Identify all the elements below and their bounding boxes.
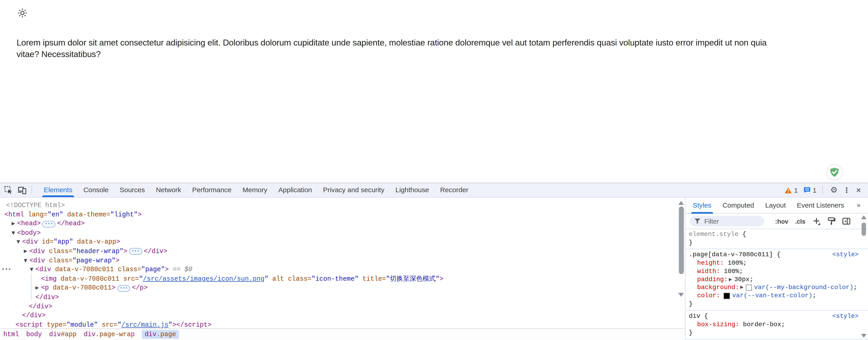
css-declaration[interactable]: background:▶var(--my-background-color); <box>685 284 868 292</box>
dom-tree-row[interactable]: ▶<div class="header-wrap">•••</div> <box>0 247 677 256</box>
attr-token: alt <box>268 275 284 283</box>
dom-tree-row[interactable]: </div> <box>0 302 677 311</box>
css-rule-line[interactable]: .page[data-v-7080c011] {<style> <box>685 251 868 259</box>
expand-arrow-icon[interactable]: ▶ <box>35 284 39 293</box>
css-property-name: height: <box>697 259 724 267</box>
more-tabs-icon[interactable]: » <box>857 202 868 209</box>
collapse-arrow-icon[interactable]: ▼ <box>17 238 20 247</box>
row-options-dots-icon[interactable]: ••• <box>2 265 11 275</box>
dom-tree-row[interactable]: </div> <box>0 293 677 302</box>
new-style-rule-icon[interactable] <box>812 217 820 225</box>
device-toolbar-icon[interactable] <box>18 186 27 195</box>
collapse-arrow-icon[interactable]: ▼ <box>30 265 33 275</box>
breadcrumb-item[interactable]: body <box>26 331 42 338</box>
css-rule-line[interactable]: } <box>685 300 868 308</box>
css-declaration[interactable]: width: 100%; <box>685 267 868 276</box>
warnings-badge[interactable]: 1 <box>785 186 798 194</box>
dom-tree-row[interactable]: <html lang="en" data-theme="light"> <box>0 210 677 219</box>
tag-token: </div> <box>144 247 167 255</box>
paragraph-line-2: vitae? Necessitatibus? <box>17 49 767 60</box>
scrollbar-down-arrow[interactable] <box>861 334 866 338</box>
console-messages-badge[interactable]: 1 <box>803 186 816 194</box>
link-token[interactable]: /src/main.js <box>121 321 168 329</box>
inspect-element-icon[interactable] <box>4 186 13 195</box>
dom-tree-row[interactable]: ▶<p data-v-7080c011>•••</p> <box>0 284 677 293</box>
lorem-paragraph: Lorem ipsum dolor sit amet consectetur a… <box>17 37 767 60</box>
tab-network[interactable]: Network <box>150 183 187 197</box>
tab-elements[interactable]: Elements <box>38 183 78 197</box>
breadcrumb-item[interactable]: html <box>3 331 19 338</box>
sun-icon[interactable] <box>18 8 27 18</box>
tab-privacy-and-security[interactable]: Privacy and security <box>317 183 390 197</box>
tab-computed[interactable]: Computed <box>717 197 760 213</box>
css-rule-line[interactable]: div {<style> <box>685 312 868 320</box>
styles-filter-input[interactable] <box>703 217 750 226</box>
css-declaration[interactable]: height: 100%; <box>685 259 868 267</box>
close-devtools-icon[interactable]: ✕ <box>856 187 862 193</box>
tab-memory[interactable]: Memory <box>237 183 273 197</box>
ellipsis-badge[interactable]: ••• <box>117 285 130 291</box>
tag-token: <div <box>29 247 45 255</box>
shield-check-icon[interactable] <box>826 164 843 180</box>
collapse-arrow-icon[interactable]: ▼ <box>24 256 27 265</box>
dom-tree-row[interactable]: <!DOCTYPE html> <box>0 201 677 210</box>
tab-layout[interactable]: Layout <box>760 197 791 213</box>
rendering-emulation-icon[interactable] <box>827 217 835 225</box>
dom-tree: <!DOCTYPE html><html lang="en" data-them… <box>0 197 677 329</box>
tab-recorder[interactable]: Recorder <box>435 183 474 197</box>
value-token: "module" <box>67 321 98 329</box>
tag-token: > <box>138 211 142 218</box>
dom-tree-row[interactable]: ▼<div id="app" data-v-app> <box>0 238 677 247</box>
tag-token: </p> <box>132 284 148 292</box>
dom-tree-row[interactable]: ▶<head>•••</head> <box>0 219 677 228</box>
link-token[interactable]: /src/assets/images/icon/sun.png <box>143 275 265 283</box>
attr-token: data-v-7080c011 <box>57 275 119 283</box>
dom-tree-row[interactable]: ▼<div class="page-wrap"> <box>0 256 677 265</box>
css-rule-line[interactable]: } <box>685 238 868 247</box>
ellipsis-badge[interactable]: ••• <box>129 248 142 255</box>
style-source-link[interactable]: <style> <box>832 251 868 259</box>
kebab-menu-icon[interactable]: ⋮ <box>843 187 850 194</box>
toggle-sidebar-panel-icon[interactable] <box>842 217 850 225</box>
scrollbar-down-arrow[interactable] <box>678 293 684 297</box>
tab-console[interactable]: Console <box>78 183 114 197</box>
tab-sources[interactable]: Sources <box>114 183 150 197</box>
dom-tree-row[interactable]: ▼<body> <box>0 228 677 238</box>
css-rule-line[interactable]: element.style { <box>685 230 868 238</box>
scrollbar-up-arrow[interactable] <box>861 215 866 219</box>
css-declaration[interactable]: color: var(--van-text-color); <box>685 292 868 300</box>
settings-gear-icon[interactable]: ⚙ <box>830 186 838 194</box>
tab-lighthouse[interactable]: Lighthouse <box>390 183 434 197</box>
tag-token: > <box>123 247 127 255</box>
breadcrumb-item[interactable]: div.page-wrap <box>84 331 135 338</box>
css-var-link[interactable]: var(--my-background-color) <box>754 284 853 292</box>
breadcrumb-item[interactable]: div#app <box>49 331 76 338</box>
collapse-arrow-icon[interactable]: ▼ <box>11 228 15 238</box>
expand-arrow-icon[interactable]: ▶ <box>11 219 15 228</box>
toggle-hover-state-button[interactable]: :hov <box>775 218 788 224</box>
attr-token: data-v-app <box>73 238 116 246</box>
dom-tree-row[interactable]: •••▼<div data-v-7080c011 class="page"> =… <box>0 265 677 275</box>
style-source-link[interactable]: <style> <box>832 312 868 320</box>
scrollbar-up-arrow[interactable] <box>678 201 684 205</box>
toggle-classes-button[interactable]: .cls <box>795 218 806 224</box>
css-value: border-box; <box>739 320 785 329</box>
tab-event-listeners[interactable]: Event Listeners <box>791 197 850 213</box>
dom-tree-row[interactable]: <img data-v-7080c011 src="/src/assets/im… <box>0 275 677 284</box>
tab-performance[interactable]: Performance <box>187 183 237 197</box>
dom-tree-row[interactable]: <script type="module" src="/src/main.js"… <box>0 320 677 329</box>
dom-tree-row[interactable]: </div> <box>0 311 677 320</box>
breadcrumb-item[interactable]: div.page <box>142 330 179 339</box>
crumb-tag: div <box>84 331 96 338</box>
scrollbar-thumb[interactable] <box>862 222 866 236</box>
tab-application[interactable]: Application <box>273 183 317 197</box>
css-var-link[interactable]: var(--van-text-color) <box>732 292 812 300</box>
css-rule-line[interactable]: } <box>685 329 868 337</box>
attr-token: class= <box>45 247 72 255</box>
css-declaration[interactable]: padding:▶30px; <box>685 276 868 284</box>
ellipsis-badge[interactable]: ••• <box>42 221 56 227</box>
scrollbar-thumb[interactable] <box>679 207 683 274</box>
expand-arrow-icon[interactable]: ▶ <box>24 247 27 256</box>
tab-styles[interactable]: Styles <box>687 197 717 213</box>
css-declaration[interactable]: box-sizing: border-box; <box>685 320 868 329</box>
